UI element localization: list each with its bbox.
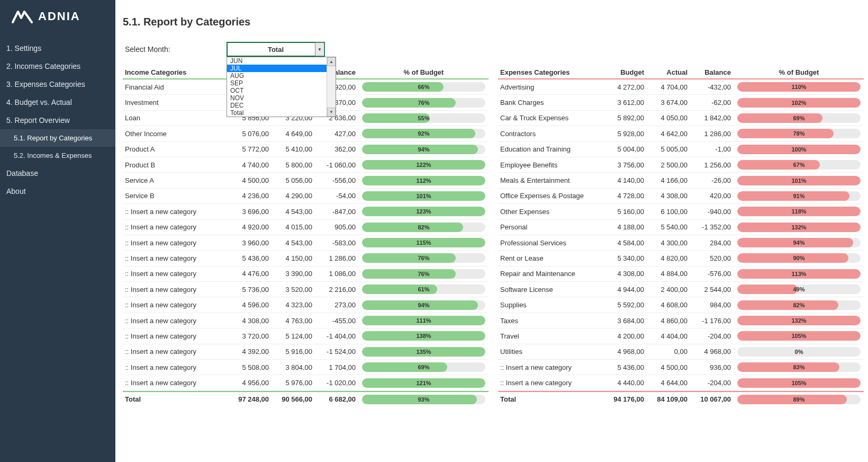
cell-category: Advertising bbox=[498, 83, 604, 91]
cell-actual: 3 520,00 bbox=[272, 286, 315, 294]
nav-item[interactable]: 5.2. Incomes & Expenses bbox=[0, 147, 115, 164]
cell-budget: 4 956,00 bbox=[229, 379, 272, 387]
cell-balance: 2 544,00 bbox=[691, 286, 734, 294]
cell-budget: 97 248,00 bbox=[229, 395, 272, 403]
dropdown-arrow-icon[interactable]: ▼ bbox=[315, 42, 324, 56]
col-balance: Balance bbox=[691, 68, 734, 76]
progress-bar: 102% bbox=[737, 98, 861, 108]
cell-actual: 3 804,00 bbox=[272, 363, 315, 371]
income-table: Income Categories Budget Actual Balance … bbox=[123, 66, 489, 406]
cell-pct: 61% bbox=[359, 285, 489, 294]
scroll-down-icon[interactable]: ▼ bbox=[327, 108, 336, 117]
progress-label: 118% bbox=[737, 207, 861, 216]
table-row: :: Insert a new category5 508,003 804,00… bbox=[123, 360, 489, 375]
cell-category: :: Insert a new category bbox=[123, 223, 229, 231]
cell-category: Investment bbox=[123, 99, 229, 106]
cell-balance: 2 216,00 bbox=[315, 286, 359, 294]
cell-balance: -1 352,00 bbox=[691, 223, 734, 231]
cell-budget: 5 928,00 bbox=[604, 130, 647, 138]
cell-pct: 92% bbox=[359, 129, 489, 138]
progress-bar: 113% bbox=[737, 269, 861, 279]
dropdown-item[interactable]: JUL bbox=[227, 65, 336, 72]
progress-label: 112% bbox=[362, 176, 485, 185]
col-category: Expenses Categories bbox=[498, 68, 604, 76]
cell-category: Product B bbox=[123, 161, 229, 169]
cell-pct: 0% bbox=[734, 347, 864, 357]
cell-balance: 1 286,00 bbox=[315, 254, 359, 262]
cell-actual: 5 800,00 bbox=[272, 161, 315, 169]
cell-pct: 94% bbox=[359, 300, 489, 310]
nav-item[interactable]: Database bbox=[0, 164, 115, 182]
cell-budget: 4 308,00 bbox=[604, 270, 647, 278]
table-row: Bank Charges3 612,003 674,00-62,00102% bbox=[498, 95, 864, 110]
dropdown-item[interactable]: OCT bbox=[227, 87, 336, 94]
cell-budget: 3 612,00 bbox=[604, 99, 647, 106]
progress-bar: 138% bbox=[362, 331, 485, 341]
table-row: Software License4 944,002 400,002 544,00… bbox=[498, 282, 864, 297]
dropdown-scrollbar[interactable]: ▲ ▼ bbox=[327, 57, 336, 117]
cell-actual: 5 056,00 bbox=[272, 176, 315, 184]
cell-category: Other Expenses bbox=[498, 208, 604, 216]
progress-bar: 67% bbox=[737, 160, 861, 170]
cell-category: Employee Benefits bbox=[498, 161, 604, 169]
progress-bar: 93% bbox=[362, 395, 485, 404]
table-row: :: Insert a new category3 696,004 543,00… bbox=[123, 204, 489, 219]
cell-pct: 76% bbox=[359, 98, 489, 108]
cell-pct: 138% bbox=[359, 331, 489, 341]
nav-item[interactable]: 5.1. Report by Categories bbox=[0, 129, 115, 147]
cell-budget: 5 436,00 bbox=[604, 363, 647, 371]
total-row: Total97 248,0090 566,006 682,0093% bbox=[123, 391, 489, 406]
month-selector[interactable]: Total ▼ bbox=[227, 42, 325, 57]
progress-bar: 55% bbox=[362, 113, 485, 123]
cell-balance: 1 256,00 bbox=[691, 161, 734, 169]
cell-pct: 78% bbox=[734, 129, 864, 138]
nav-item[interactable]: 5. Report Overview bbox=[0, 111, 115, 129]
cell-category: Product A bbox=[123, 145, 229, 153]
cell-category: Meals & Entertainment bbox=[498, 176, 604, 184]
progress-label: 0% bbox=[737, 347, 861, 357]
progress-label: 83% bbox=[737, 362, 861, 372]
progress-bar: 101% bbox=[737, 176, 861, 185]
dropdown-item[interactable]: AUG bbox=[227, 72, 336, 79]
progress-bar: 135% bbox=[362, 347, 485, 357]
nav: 1. Settings2. Incomes Categories3. Expen… bbox=[0, 39, 115, 200]
table-row: Other Expenses5 160,006 100,00-940,00118… bbox=[498, 204, 864, 219]
progress-bar: 89% bbox=[737, 395, 861, 404]
table-row: Car & Truck Expenses5 892,004 050,001 84… bbox=[498, 111, 864, 126]
progress-bar: 94% bbox=[737, 238, 861, 247]
table-row: Meals & Entertainment4 140,004 166,00-26… bbox=[498, 173, 864, 188]
dropdown-item[interactable]: Total bbox=[227, 109, 336, 117]
progress-bar: 132% bbox=[737, 223, 861, 232]
cell-pct: 101% bbox=[734, 176, 864, 185]
cell-balance: 6 682,00 bbox=[315, 395, 359, 403]
progress-label: 93% bbox=[362, 395, 485, 404]
cell-budget: 4 584,00 bbox=[604, 239, 647, 247]
cell-actual: 4 166,00 bbox=[647, 176, 691, 184]
dropdown-item[interactable]: SEP bbox=[227, 79, 336, 87]
progress-label: 67% bbox=[737, 160, 861, 170]
cell-pct: 76% bbox=[359, 269, 489, 279]
nav-item[interactable]: 4. Budget vs. Actual bbox=[0, 93, 115, 111]
cell-actual: 4 649,00 bbox=[272, 130, 315, 138]
cell-actual: 5 540,00 bbox=[647, 223, 691, 231]
progress-bar: 118% bbox=[737, 207, 861, 216]
nav-item[interactable]: 2. Incomes Categories bbox=[0, 57, 115, 75]
cell-budget: 5 592,00 bbox=[604, 301, 647, 309]
table-row: :: Insert a new category3 720,005 124,00… bbox=[123, 328, 489, 344]
nav-item[interactable]: 1. Settings bbox=[0, 39, 115, 57]
cell-actual: 4 323,00 bbox=[272, 301, 315, 309]
nav-item[interactable]: About bbox=[0, 182, 115, 200]
cell-budget: 3 756,00 bbox=[604, 161, 647, 169]
dropdown-item[interactable]: JUN bbox=[227, 57, 336, 65]
dropdown-item[interactable]: DEC bbox=[227, 102, 336, 109]
progress-bar: 122% bbox=[362, 160, 485, 170]
nav-item[interactable]: 3. Expenses Categories bbox=[0, 75, 115, 93]
col-pct: % of Budget bbox=[734, 68, 864, 76]
cell-category: :: Insert a new category bbox=[123, 254, 229, 262]
progress-bar: 94% bbox=[362, 145, 485, 154]
dropdown-item[interactable]: NOV bbox=[227, 94, 336, 102]
cell-balance: 984,00 bbox=[691, 301, 734, 309]
cell-category: :: Insert a new category bbox=[123, 301, 229, 309]
scroll-up-icon[interactable]: ▲ bbox=[327, 57, 336, 66]
brand-logo: ADNIA bbox=[0, 10, 115, 39]
